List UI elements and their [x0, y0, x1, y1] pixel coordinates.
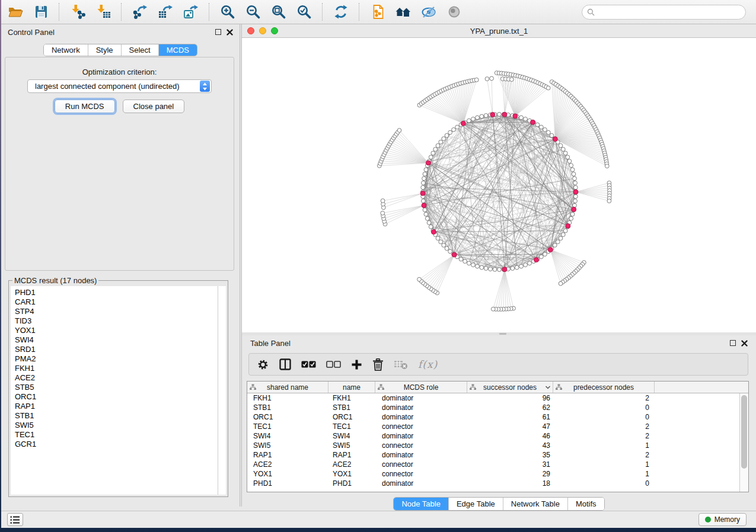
- mcds-result-list[interactable]: PHD1CAR1STP4TID3YOX1SWI4SRD1PMA2FKH1ACE2…: [11, 286, 218, 495]
- open-file-button[interactable]: [7, 4, 23, 20]
- table-body: FKH1FKH1dominator962STB1STB1dominator620…: [247, 393, 748, 488]
- export-table-icon[interactable]: [157, 4, 173, 20]
- clone-network-icon[interactable]: [369, 4, 385, 20]
- result-node[interactable]: PMA2: [15, 354, 218, 364]
- export-network-icon[interactable]: [132, 4, 148, 20]
- table-cell: dominator: [375, 393, 467, 403]
- result-node[interactable]: ACE2: [15, 373, 218, 383]
- result-node[interactable]: SRD1: [15, 345, 218, 354]
- table-cell: PHD1: [328, 479, 375, 488]
- search-box[interactable]: [582, 5, 746, 20]
- save-button[interactable]: [33, 4, 49, 20]
- tab-node-table[interactable]: Node Table: [394, 498, 448, 510]
- delete-column-icon[interactable]: [372, 358, 384, 371]
- result-node[interactable]: STB1: [15, 411, 218, 421]
- table-cell: 0: [553, 479, 655, 488]
- unselect-all-icon[interactable]: [326, 360, 341, 368]
- float-panel-icon[interactable]: [215, 29, 221, 35]
- search-input[interactable]: [598, 8, 745, 17]
- result-node[interactable]: YOX1: [15, 326, 218, 335]
- import-network-icon[interactable]: [69, 4, 85, 20]
- result-node[interactable]: STB5: [15, 383, 218, 392]
- select-all-icon[interactable]: [301, 360, 316, 368]
- zoom-selected-icon[interactable]: [296, 4, 312, 20]
- import-table-icon[interactable]: [95, 4, 111, 20]
- result-node[interactable]: CAR1: [15, 297, 218, 307]
- network-graph[interactable]: [242, 38, 756, 332]
- table-toolbar: f(x): [248, 353, 748, 376]
- show-column-icon[interactable]: [279, 358, 291, 370]
- criterion-select[interactable]: largest connected component (undirected): [27, 79, 212, 93]
- table-cell: dominator: [375, 479, 467, 488]
- mcds-tab-content: Optimization criterion: largest connecte…: [5, 57, 234, 271]
- table-cell: STB1: [247, 403, 328, 412]
- table-scrollbar[interactable]: [739, 393, 748, 492]
- zoom-fit-icon[interactable]: [270, 4, 286, 20]
- tab-style[interactable]: Style: [88, 44, 121, 56]
- table-row[interactable]: FKH1FKH1dominator962: [247, 393, 748, 403]
- result-node[interactable]: ORC1: [15, 392, 218, 402]
- task-history-button[interactable]: [7, 513, 23, 526]
- close-table-panel-icon[interactable]: [741, 340, 748, 347]
- result-node[interactable]: RAP1: [15, 402, 218, 411]
- network-title: YPA_prune.txt_1: [242, 27, 756, 36]
- table-scrollbar-thumb[interactable]: [741, 395, 747, 469]
- tab-network[interactable]: Network: [44, 44, 88, 56]
- tab-edge-table[interactable]: Edge Table: [448, 498, 503, 510]
- table-row[interactable]: ORC1ORC1dominator610: [247, 412, 748, 422]
- table-cell: ACE2: [328, 460, 375, 469]
- table-cell: 62: [467, 403, 553, 412]
- result-node[interactable]: TEC1: [15, 430, 218, 440]
- function-builder-icon[interactable]: f(x): [418, 358, 438, 370]
- float-table-panel-icon[interactable]: [730, 340, 736, 346]
- network-canvas[interactable]: [242, 38, 756, 332]
- tab-network-table[interactable]: Network Table: [503, 498, 567, 510]
- table-row[interactable]: ACE2ACE2connector311: [247, 460, 748, 469]
- table-row[interactable]: RAP1RAP1dominator352: [247, 450, 748, 460]
- add-column-icon[interactable]: [351, 359, 362, 370]
- column-header-predecessor-nodes[interactable]: predecessor nodes: [553, 382, 655, 393]
- show-panel-eye-icon[interactable]: [446, 4, 462, 20]
- column-header-name[interactable]: name: [328, 382, 375, 393]
- close-panel-button[interactable]: Close panel: [123, 100, 185, 113]
- zoom-in-icon[interactable]: [219, 4, 235, 20]
- table-row[interactable]: SWI5SWI5connector431: [247, 441, 748, 450]
- memory-button[interactable]: Memory: [698, 513, 747, 526]
- column-header-successor-nodes[interactable]: successor nodes: [467, 382, 553, 393]
- tab-mcds[interactable]: MCDS: [158, 44, 197, 56]
- table-cell: connector: [375, 422, 467, 431]
- optimization-criterion-label: Optimization criterion:: [5, 68, 234, 76]
- result-node[interactable]: SWI5: [15, 421, 218, 430]
- zoom-out-icon[interactable]: [245, 4, 261, 20]
- result-node[interactable]: STP4: [15, 307, 218, 316]
- table-row[interactable]: STB1STB1dominator620: [247, 403, 748, 412]
- column-header-MCDS-role[interactable]: MCDS role: [375, 382, 467, 393]
- export-image-icon[interactable]: [183, 4, 199, 20]
- network-search-icon[interactable]: [395, 4, 411, 20]
- close-panel-icon[interactable]: [227, 29, 233, 36]
- result-node[interactable]: TID3: [15, 316, 218, 326]
- column-header-shared-name[interactable]: shared name: [247, 382, 328, 393]
- result-node[interactable]: FKH1: [15, 364, 218, 373]
- table-cell: TEC1: [328, 422, 375, 431]
- hide-panel-eye-icon[interactable]: [420, 4, 436, 20]
- table-row[interactable]: TEC1TEC1connector472: [247, 422, 748, 431]
- table-cell: 61: [467, 412, 553, 422]
- table-row[interactable]: PHD1PHD1dominator180: [247, 479, 748, 488]
- delete-table-icon[interactable]: [394, 359, 408, 370]
- result-node[interactable]: SWI4: [15, 335, 218, 345]
- tab-motifs[interactable]: Motifs: [567, 498, 604, 510]
- hierarchy-icon: [378, 384, 384, 390]
- result-node[interactable]: GCR1: [15, 440, 218, 449]
- result-node[interactable]: PHD1: [15, 288, 218, 297]
- tab-select[interactable]: Select: [121, 44, 158, 56]
- refresh-icon[interactable]: [333, 4, 349, 20]
- table-settings-gear-icon[interactable]: [257, 358, 269, 371]
- table-row[interactable]: SWI4SWI4dominator462: [247, 431, 748, 441]
- app-window: Control Panel NetworkStyleSelectMCDS Opt…: [1, 0, 756, 528]
- table-row[interactable]: YOX1YOX1connector291: [247, 469, 748, 479]
- run-mcds-button[interactable]: Run MCDS: [55, 100, 115, 113]
- hierarchy-icon: [470, 384, 476, 390]
- toolbar-separator: [322, 3, 323, 21]
- result-list-scrollbar[interactable]: [218, 286, 226, 495]
